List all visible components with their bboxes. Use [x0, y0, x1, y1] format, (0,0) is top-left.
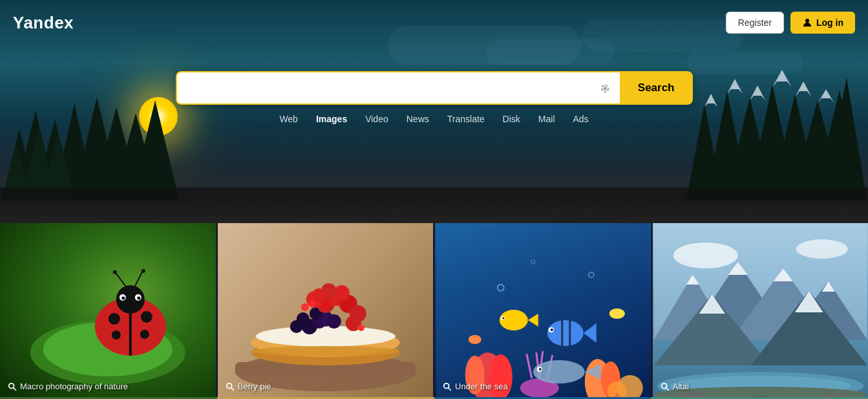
svg-point-107 — [609, 308, 625, 319]
svg-point-102 — [502, 318, 504, 319]
svg-marker-24 — [818, 89, 834, 103]
svg-point-106 — [539, 368, 542, 371]
svg-point-103 — [533, 360, 585, 383]
svg-marker-20 — [727, 79, 743, 94]
nav-news[interactable]: News — [407, 114, 429, 124]
svg-point-93 — [547, 320, 584, 346]
login-label: Log in — [816, 17, 843, 28]
svg-marker-22 — [772, 70, 792, 87]
login-button[interactable]: Log in — [790, 12, 855, 34]
gallery-image-sea — [435, 223, 651, 399]
svg-point-41 — [113, 270, 117, 274]
svg-point-46 — [122, 297, 125, 300]
caption-text: Altai — [673, 382, 689, 391]
svg-point-108 — [469, 335, 482, 344]
gallery-image-altai — [653, 223, 869, 399]
svg-point-30 — [604, 88, 605, 89]
svg-point-54 — [255, 326, 395, 347]
svg-point-83 — [489, 354, 513, 399]
mountains-illustration — [653, 223, 869, 399]
logo: Yandex — [13, 13, 74, 33]
search-icon — [661, 382, 670, 391]
pie-illustration — [218, 223, 434, 399]
svg-point-76 — [325, 304, 329, 308]
svg-point-38 — [112, 330, 121, 340]
nav-ads[interactable]: Ads — [573, 114, 589, 124]
svg-point-60 — [326, 314, 341, 329]
gallery: Macro photography of nature — [0, 223, 868, 399]
svg-point-77 — [252, 346, 398, 356]
svg-point-37 — [141, 311, 153, 323]
svg-marker-19 — [704, 94, 717, 107]
svg-point-98 — [551, 329, 553, 331]
svg-point-71 — [301, 303, 308, 311]
user-icon — [802, 17, 812, 28]
nav-images[interactable]: Images — [316, 114, 347, 124]
caption-text: Berry pie — [238, 382, 271, 391]
svg-line-113 — [449, 387, 451, 390]
logo-text: Yandex — [13, 13, 74, 32]
gallery-item-sea[interactable]: Under the sea — [435, 223, 651, 399]
svg-point-61 — [290, 320, 302, 333]
svg-marker-21 — [750, 85, 765, 100]
svg-point-36 — [109, 313, 120, 325]
svg-point-72 — [309, 301, 315, 307]
nav-links: Web Images Video News Translate Disk Mai… — [279, 114, 588, 124]
gallery-caption-ladybug: Macro photography of nature — [8, 382, 128, 391]
header: Yandex Register Log in — [0, 0, 868, 45]
ladybug-illustration — [0, 223, 216, 399]
svg-point-39 — [140, 330, 149, 339]
sea-illustration — [435, 223, 651, 399]
svg-line-40 — [116, 274, 126, 286]
nav-video[interactable]: Video — [365, 114, 388, 124]
svg-point-99 — [500, 310, 528, 330]
nav-web[interactable]: Web — [279, 114, 298, 124]
svg-line-42 — [135, 272, 142, 286]
nav-disk[interactable]: Disk — [503, 114, 520, 124]
gallery-image-ladybug — [0, 223, 216, 399]
search-icon — [443, 382, 452, 391]
svg-marker-23 — [795, 81, 812, 97]
nav-mail[interactable]: Mail — [538, 114, 555, 124]
nav-translate[interactable]: Translate — [447, 114, 485, 124]
gallery-caption-pie: Berry pie — [226, 382, 271, 391]
search-icon — [226, 382, 235, 391]
gallery-item-altai[interactable]: Altai — [653, 223, 869, 399]
svg-point-43 — [142, 269, 145, 273]
camera-search-button[interactable] — [590, 71, 620, 105]
svg-line-49 — [14, 387, 16, 390]
gallery-item-pie[interactable]: Berry pie — [218, 223, 434, 399]
camera-icon — [598, 81, 612, 95]
search-button[interactable]: Search — [620, 71, 693, 105]
search-box: Search — [176, 71, 693, 105]
svg-point-47 — [137, 297, 140, 300]
search-icon — [8, 382, 17, 391]
svg-point-26 — [805, 19, 809, 23]
svg-point-73 — [357, 325, 364, 331]
register-button[interactable]: Register — [726, 12, 784, 34]
caption-text: Under the sea — [455, 382, 508, 391]
gallery-item-ladybug[interactable]: Macro photography of nature — [0, 223, 216, 399]
search-area: Search Web Images Video News Translate D… — [176, 71, 693, 124]
header-buttons: Register Log in — [726, 12, 855, 34]
svg-point-116 — [796, 239, 847, 259]
search-input[interactable] — [176, 71, 590, 105]
dark-band — [0, 200, 868, 226]
caption-text: Macro photography of nature — [20, 382, 128, 391]
gallery-caption-altai: Altai — [661, 382, 689, 391]
svg-point-75 — [321, 304, 325, 308]
svg-line-136 — [666, 387, 668, 390]
svg-line-79 — [231, 387, 233, 390]
svg-point-74 — [323, 300, 327, 304]
gallery-caption-sea: Under the sea — [443, 382, 508, 391]
gallery-image-pie — [218, 223, 434, 399]
svg-point-69 — [312, 288, 326, 303]
svg-point-115 — [673, 243, 737, 268]
